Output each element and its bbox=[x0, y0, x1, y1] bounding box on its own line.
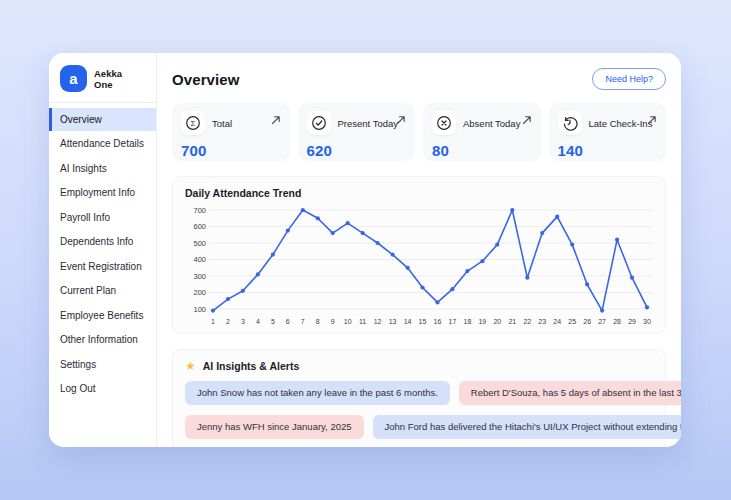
svg-text:24: 24 bbox=[553, 318, 561, 325]
svg-text:400: 400 bbox=[193, 255, 206, 264]
stats-row: Σ Total 700 Present Today 620 Absent Tod… bbox=[172, 103, 666, 161]
sidebar-item-payroll-info[interactable]: Payroll Info bbox=[49, 206, 156, 229]
svg-text:16: 16 bbox=[434, 318, 442, 325]
sidebar-item-current-plan[interactable]: Current Plan bbox=[49, 279, 156, 302]
insight-chip-row: Jenny has WFH since January, 2025John Fo… bbox=[185, 415, 653, 439]
stat-card-late-check-ins[interactable]: Late Check-Ins 140 bbox=[549, 103, 667, 161]
history-clock-icon bbox=[558, 111, 582, 135]
svg-text:100: 100 bbox=[193, 305, 206, 314]
stat-top: Late Check-Ins bbox=[558, 111, 658, 135]
stat-card-absent-today[interactable]: Absent Today 80 bbox=[423, 103, 541, 161]
stat-value: 700 bbox=[181, 142, 281, 159]
svg-text:26: 26 bbox=[583, 318, 591, 325]
need-help-button[interactable]: Need Help? bbox=[592, 68, 666, 90]
svg-text:Σ: Σ bbox=[191, 119, 196, 128]
svg-text:12: 12 bbox=[374, 318, 382, 325]
insight-chip: Rebert D'Souza, has 5 days of absent in … bbox=[459, 381, 681, 405]
sidebar: a Aekka One OverviewAttendance DetailsAI… bbox=[49, 53, 157, 447]
stat-top: Present Today bbox=[307, 111, 407, 135]
stat-label: Absent Today bbox=[463, 118, 520, 129]
svg-text:14: 14 bbox=[404, 318, 412, 325]
sidebar-item-attendance-details[interactable]: Attendance Details bbox=[49, 132, 156, 155]
sidebar-item-other-information[interactable]: Other Information bbox=[49, 328, 156, 351]
sidebar-item-employee-benefits[interactable]: Employee Benefits bbox=[49, 304, 156, 327]
insight-chip: John Ford has delivered the Hitachi's UI… bbox=[373, 415, 681, 439]
brand-logo: a Aekka One bbox=[49, 53, 156, 103]
sidebar-item-dependents-info[interactable]: Dependents Info bbox=[49, 230, 156, 253]
stat-card-present-today[interactable]: Present Today 620 bbox=[298, 103, 416, 161]
svg-text:8: 8 bbox=[316, 318, 320, 325]
sidebar-item-event-registration[interactable]: Event Registration bbox=[49, 255, 156, 278]
sidebar-item-settings[interactable]: Settings bbox=[49, 353, 156, 376]
svg-text:5: 5 bbox=[271, 318, 275, 325]
stat-card-total[interactable]: Σ Total 700 bbox=[172, 103, 290, 161]
svg-text:27: 27 bbox=[598, 318, 606, 325]
svg-text:300: 300 bbox=[193, 272, 206, 281]
insight-chip: John Snow has not taken any leave in the… bbox=[185, 381, 450, 405]
svg-text:21: 21 bbox=[508, 318, 516, 325]
ai-insights-title: AI Insights & Alerts bbox=[203, 360, 299, 372]
svg-text:10: 10 bbox=[344, 318, 352, 325]
svg-text:29: 29 bbox=[628, 318, 636, 325]
main-header: Overview Need Help? bbox=[172, 66, 666, 92]
star-icon: ★ bbox=[185, 360, 196, 372]
svg-text:28: 28 bbox=[613, 318, 621, 325]
stat-top: Σ Total bbox=[181, 111, 281, 135]
svg-text:1: 1 bbox=[211, 318, 215, 325]
svg-text:3: 3 bbox=[241, 318, 245, 325]
insight-chip: Jenny has WFH since January, 2025 bbox=[185, 415, 364, 439]
svg-text:700: 700 bbox=[193, 206, 206, 215]
brand-name: Aekka One bbox=[94, 68, 122, 90]
svg-text:200: 200 bbox=[193, 288, 206, 297]
insight-chip-row: John Snow has not taken any leave in the… bbox=[185, 381, 653, 405]
check-circle-icon bbox=[307, 111, 331, 135]
sigma-icon: Σ bbox=[181, 111, 205, 135]
sidebar-item-log-out[interactable]: Log Out bbox=[49, 377, 156, 400]
svg-text:11: 11 bbox=[359, 318, 366, 325]
chart-title: Daily Attendance Trend bbox=[185, 187, 653, 199]
x-circle-icon bbox=[432, 111, 456, 135]
insight-chip-rows: John Snow has not taken any leave in the… bbox=[185, 381, 653, 447]
svg-text:500: 500 bbox=[193, 239, 206, 248]
stat-label: Present Today bbox=[338, 118, 399, 129]
svg-text:13: 13 bbox=[389, 318, 397, 325]
external-arrow-icon[interactable] bbox=[522, 111, 532, 129]
stat-label: Total bbox=[212, 118, 232, 129]
app-window: a Aekka One OverviewAttendance DetailsAI… bbox=[49, 53, 681, 447]
external-arrow-icon[interactable] bbox=[396, 111, 406, 129]
attendance-trend-chart: 7006005004003002001001234567891011121314… bbox=[185, 203, 653, 333]
svg-text:30: 30 bbox=[643, 318, 651, 325]
svg-text:6: 6 bbox=[286, 318, 290, 325]
sidebar-nav: OverviewAttendance DetailsAI InsightsEmp… bbox=[49, 103, 156, 400]
external-arrow-icon[interactable] bbox=[271, 111, 281, 129]
svg-text:2: 2 bbox=[226, 318, 230, 325]
ai-insights-card: ★ AI Insights & Alerts John Snow has not… bbox=[172, 349, 666, 447]
stat-value: 620 bbox=[307, 142, 407, 159]
svg-text:22: 22 bbox=[523, 318, 531, 325]
svg-text:9: 9 bbox=[331, 318, 335, 325]
svg-text:20: 20 bbox=[493, 318, 501, 325]
stat-value: 80 bbox=[432, 142, 532, 159]
stat-value: 140 bbox=[558, 142, 658, 159]
svg-text:17: 17 bbox=[449, 318, 457, 325]
main-content: Overview Need Help? Σ Total 700 Present … bbox=[157, 53, 681, 447]
sidebar-item-ai-insights[interactable]: AI Insights bbox=[49, 157, 156, 180]
stat-label: Late Check-Ins bbox=[589, 118, 653, 129]
svg-text:18: 18 bbox=[464, 318, 472, 325]
svg-text:19: 19 bbox=[478, 318, 486, 325]
sidebar-item-employment-info[interactable]: Employment Info bbox=[49, 181, 156, 204]
sidebar-item-overview[interactable]: Overview bbox=[49, 108, 156, 131]
line-chart-svg: 7006005004003002001001234567891011121314… bbox=[185, 203, 655, 329]
svg-text:23: 23 bbox=[538, 318, 546, 325]
stat-top: Absent Today bbox=[432, 111, 532, 135]
svg-text:7: 7 bbox=[301, 318, 305, 325]
svg-text:600: 600 bbox=[193, 222, 206, 231]
brand-logo-icon: a bbox=[60, 65, 87, 92]
ai-insights-header: ★ AI Insights & Alerts bbox=[185, 360, 653, 372]
page-title: Overview bbox=[172, 71, 240, 88]
desktop-background: { "app": { "logo_letter": "a", "brand_li… bbox=[0, 0, 731, 500]
external-arrow-icon[interactable] bbox=[647, 111, 657, 129]
brand-name-line2: One bbox=[94, 79, 122, 90]
svg-text:15: 15 bbox=[419, 318, 427, 325]
svg-text:25: 25 bbox=[568, 318, 576, 325]
